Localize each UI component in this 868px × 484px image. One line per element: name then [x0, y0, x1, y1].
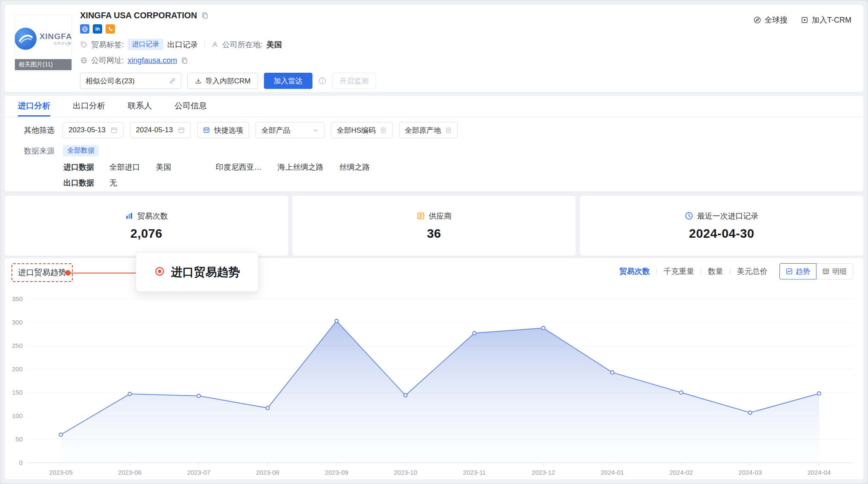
start-date-value: 2023-05-13	[69, 126, 106, 134]
company-logo: XINGFA GROUP 相关图片(11) ›	[14, 14, 72, 72]
product-select-value: 全部产品	[261, 125, 290, 135]
company-logo-mark	[14, 28, 37, 50]
annotation-dot	[65, 270, 71, 276]
company-name: XINGFA USA CORPORATION	[80, 11, 197, 20]
join-tcrm-link[interactable]: 加入T-CRM	[800, 15, 851, 25]
chart-title: 进口贸易趋势	[11, 263, 73, 282]
quick-options-button[interactable]: 快捷选项	[197, 122, 249, 138]
svg-text:2023-06: 2023-06	[118, 469, 141, 475]
trend-icon	[786, 268, 793, 275]
stat-label: 最近一次进口记录	[697, 211, 759, 221]
start-monitor-button[interactable]: 开启监测	[332, 73, 376, 89]
global-search-label: 全球搜	[765, 15, 788, 25]
quick-options-label: 快捷选项	[214, 125, 243, 135]
end-date-input[interactable]: 2024-05-13	[130, 122, 191, 138]
document-icon	[445, 127, 452, 134]
svg-text:350: 350	[12, 295, 23, 302]
product-select[interactable]: 全部产品	[255, 122, 324, 138]
divider: |	[700, 268, 702, 275]
svg-text:2023-09: 2023-09	[325, 469, 348, 475]
add-radar-button[interactable]: 加入雷达	[264, 73, 312, 89]
import-crm-button[interactable]: 导入内部CRM	[187, 73, 258, 89]
similar-companies-value: 相似公司名(23)	[86, 76, 135, 86]
analysis-card: 进口分析 出口分析 联系人 公司信息 其他筛选 2023-05-13 2024-…	[5, 96, 863, 191]
copy-company-name-icon[interactable]	[201, 12, 209, 19]
import-data-row: 进口数据 全部进口 美国 印度尼西亚… 海上丝绸之路 丝绸之路	[63, 162, 863, 172]
filter-row: 其他筛选 2023-05-13 2024-05-13 快捷选项 全部产品 全部H…	[24, 122, 863, 138]
stat-value: 2024-04-30	[689, 227, 754, 241]
import-record-tag[interactable]: 进口记录	[128, 39, 163, 50]
company-header-card: XINGFA GROUP 相关图片(11) › XINGFA USA CORPO…	[5, 5, 863, 92]
export-record-tag[interactable]: 出口记录	[167, 40, 198, 50]
global-search-link[interactable]: 全球搜	[753, 15, 788, 25]
metric-quantity[interactable]: 数量	[708, 266, 723, 276]
import-source-option[interactable]: 海上丝绸之路	[278, 162, 324, 172]
link-icon	[169, 77, 176, 85]
header-quick-links: 全球搜 加入T-CRM	[753, 15, 851, 25]
end-date-value: 2024-05-13	[136, 126, 173, 134]
view-toggle-group: 趋势 明细	[779, 263, 853, 279]
svg-text:2023-08: 2023-08	[256, 469, 279, 475]
website-label: 公司网址:	[91, 55, 124, 65]
copy-website-icon[interactable]	[181, 57, 188, 64]
website-icon[interactable]	[80, 24, 89, 34]
import-source-option[interactable]: 全部进口	[109, 162, 140, 172]
stats-row: 贸易次数 2,076 供应商 36 最近一次进口记录 2024-04-30	[5, 196, 863, 256]
chevron-down-icon	[313, 128, 318, 133]
person-icon	[211, 41, 218, 48]
bar-chart-icon	[125, 212, 133, 220]
import-source-option[interactable]: 丝绸之路	[339, 162, 370, 172]
svg-text:2024-01: 2024-01	[601, 469, 624, 475]
tab-import-analysis[interactable]: 进口分析	[18, 96, 50, 117]
next-image-arrow[interactable]: ›	[67, 38, 71, 48]
related-images-badge[interactable]: 相关图片(11)	[15, 59, 72, 70]
trend-toggle-label: 趋势	[796, 267, 810, 276]
stat-last-import: 最近一次进口记录 2024-04-30	[580, 196, 863, 256]
stat-value: 2,076	[130, 227, 162, 241]
similar-companies-input[interactable]: 相似公司名(23)	[80, 73, 181, 89]
svg-text:100: 100	[12, 412, 23, 419]
stat-suppliers: 供应商 36	[292, 196, 576, 256]
info-icon[interactable]	[318, 77, 327, 85]
annotation-connector	[68, 273, 138, 273]
import-source-option[interactable]: 印度尼西亚…	[216, 162, 262, 172]
phone-icon[interactable]	[106, 24, 115, 34]
divider	[204, 41, 205, 48]
table-icon	[822, 268, 829, 275]
tab-company-info[interactable]: 公司信息	[175, 96, 207, 117]
svg-text:0: 0	[19, 459, 23, 466]
svg-text:2023-07: 2023-07	[187, 469, 210, 475]
hs-code-select[interactable]: 全部HS编码	[331, 122, 392, 138]
metric-trade-count[interactable]: 贸易次数	[619, 266, 650, 276]
metric-usd-total[interactable]: 美元总价	[737, 266, 768, 276]
tab-contacts[interactable]: 联系人	[128, 96, 152, 117]
svg-text:2024-02: 2024-02	[670, 469, 693, 475]
start-date-input[interactable]: 2023-05-13	[63, 122, 123, 138]
stat-label: 贸易次数	[137, 211, 168, 221]
clock-icon	[685, 212, 693, 220]
data-source-label: 数据来源	[24, 146, 63, 156]
tag-icon	[80, 41, 87, 48]
linkedin-icon[interactable]: in	[93, 24, 102, 34]
import-source-option[interactable]: 美国	[156, 162, 171, 172]
origin-value: 全部原产地	[405, 125, 441, 135]
quick-options-icon	[203, 127, 210, 134]
callout-text: 进口贸易趋势	[171, 265, 240, 280]
company-website-link[interactable]: xingfausa.com	[128, 56, 177, 65]
svg-text:2023-12: 2023-12	[532, 469, 555, 475]
tab-export-analysis[interactable]: 出口分析	[73, 96, 105, 117]
location-label: 公司所在地:	[222, 40, 263, 50]
origin-select[interactable]: 全部原产地	[399, 122, 458, 138]
export-data-label: 出口数据	[63, 178, 97, 188]
stat-trade-count: 贸易次数 2,076	[5, 196, 288, 256]
view-detail-toggle[interactable]: 明细	[816, 263, 853, 279]
metric-kg-weight[interactable]: 千克重量	[664, 266, 694, 276]
location-value: 美国	[266, 40, 282, 50]
all-data-chip[interactable]: 全部数据	[63, 145, 99, 157]
import-data-label: 进口数据	[63, 162, 97, 172]
view-trend-toggle[interactable]: 趋势	[779, 263, 816, 279]
join-tcrm-label: 加入T-CRM	[812, 15, 851, 25]
import-crm-label: 导入内部CRM	[205, 76, 251, 86]
annotation-callout: 进口贸易趋势	[136, 252, 258, 292]
svg-text:150: 150	[12, 389, 23, 396]
